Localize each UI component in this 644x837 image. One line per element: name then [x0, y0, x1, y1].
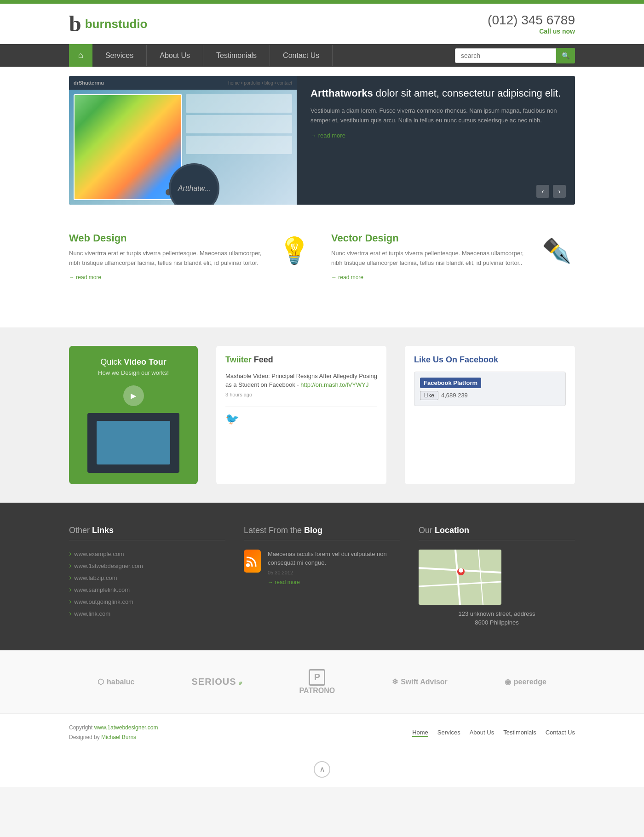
- home-icon: ⌂: [78, 51, 83, 60]
- video-play-button[interactable]: ▶: [123, 385, 144, 406]
- footer-nav-contact[interactable]: Contact Us: [546, 729, 575, 737]
- svg-point-0: [246, 563, 250, 567]
- middle-section: Quick Video Tour How we Design our works…: [0, 327, 644, 503]
- footer-nav-home[interactable]: Home: [412, 729, 428, 737]
- video-tour: Quick Video Tour How we Design our works…: [69, 346, 198, 484]
- service-web-content: Web Design Nunc vivertrra erat et turpis…: [69, 232, 267, 281]
- logo-name-accent: studio: [111, 17, 147, 31]
- partners: ⬡ habaluc SERIOUSℊ Ρ PATRONO ❄ Swift Adv…: [0, 650, 644, 713]
- fb-title-plain: Like Us On: [414, 355, 460, 364]
- video-title-plain: Quick: [100, 357, 124, 367]
- footer-nav-about[interactable]: About Us: [470, 729, 494, 737]
- hero: drShuttermu home • portfolio • blog • co…: [0, 67, 644, 214]
- service-vector-content: Vector Design Nunc vivertrra erat et tur…: [331, 232, 529, 281]
- fb-title: Like Us On Facebook: [414, 355, 566, 365]
- peeredge-name: peeredge: [514, 678, 546, 686]
- partner-swift[interactable]: ❄ Swift Advisor: [392, 677, 448, 686]
- partner-patrono[interactable]: Ρ PATRONO: [299, 669, 335, 695]
- link-5[interactable]: www.outgoinglink.com: [74, 598, 133, 605]
- play-icon: ▶: [131, 391, 136, 400]
- side-panel-1: [186, 94, 293, 113]
- fb-like-button[interactable]: Like: [420, 391, 438, 400]
- other-links-list: www.example.com www.1stwebdesigner.com w…: [69, 550, 225, 618]
- footer-nav-services[interactable]: Services: [437, 729, 460, 737]
- search-button[interactable]: 🔍: [556, 48, 575, 63]
- partner-serious[interactable]: SERIOUSℊ: [191, 676, 242, 687]
- blog-rss-icon: [244, 550, 261, 573]
- slider-read-more[interactable]: read more: [310, 132, 345, 139]
- slider-controls: ‹ ›: [536, 185, 566, 198]
- twitter-title-plain: Twiiter: [225, 355, 254, 364]
- link-1[interactable]: www.example.com: [74, 550, 124, 557]
- search-input[interactable]: [455, 48, 556, 63]
- blog-read-more[interactable]: read more: [268, 579, 300, 585]
- copyright-line2: Designed by Michael Burns: [69, 733, 158, 743]
- link-6[interactable]: www.link.com: [74, 610, 110, 617]
- facebook-section: Like Us On Facebook Facebook Platform Li…: [405, 346, 575, 484]
- location-title-plain: Our: [419, 526, 435, 535]
- habaluc-name: habaluc: [107, 678, 134, 686]
- svg-point-7: [459, 568, 463, 573]
- tweet-link[interactable]: http://on.mash.to/lVYWYJ: [300, 381, 368, 388]
- slider-site-name: drShuttermu: [74, 80, 104, 86]
- logo-text: burnstudio: [85, 17, 148, 31]
- link-3[interactable]: www.labzip.com: [74, 574, 117, 581]
- link-2[interactable]: www.1stwebdesigner.com: [74, 562, 143, 569]
- service-vector-icon: ✒️: [538, 232, 575, 269]
- service-vector-title: Vector Design: [331, 232, 529, 244]
- location-title: Our Location: [419, 526, 575, 540]
- nav-item-contact[interactable]: Contact Us: [270, 45, 333, 66]
- service-web-title: Web Design: [69, 232, 267, 244]
- pen-icon: ✒️: [542, 237, 572, 265]
- nav-item-services[interactable]: Services: [92, 45, 147, 66]
- search-icon: 🔍: [562, 52, 569, 59]
- nav-home[interactable]: ⌂: [69, 44, 92, 67]
- designer-link[interactable]: Michael Burns: [101, 734, 136, 740]
- nav-item-about[interactable]: About Us: [147, 45, 203, 66]
- peeredge-icon: ◉: [505, 677, 511, 686]
- logo[interactable]: b burnstudio: [69, 13, 147, 35]
- map-image: [419, 550, 501, 605]
- link-4[interactable]: www.samplelink.com: [74, 586, 130, 593]
- back-to-top: ∧: [0, 752, 644, 787]
- slider-image-bar: drShuttermu home • portfolio • blog • co…: [69, 76, 297, 90]
- call-prefix: Call us: [539, 28, 562, 35]
- logo-name-plain: burn: [85, 17, 112, 31]
- habaluc-icon: ⬡: [98, 677, 104, 686]
- service-vector-body: Nunc vivertrra erat et turpis viverra pe…: [331, 249, 529, 268]
- swift-name: Swift Advisor: [401, 678, 448, 686]
- back-to-top-button[interactable]: ∧: [314, 761, 330, 778]
- partner-peeredge[interactable]: ◉ peeredge: [505, 677, 546, 686]
- slider-content: Artthatworks dolor sit amet, consectetur…: [297, 76, 575, 205]
- tweet-item: Mashable Video: Principal Resigns After …: [225, 372, 377, 407]
- twitter-feed: Twiiter Feed Mashable Video: Principal R…: [216, 346, 386, 484]
- nav-item-testimonials[interactable]: Testimonials: [203, 45, 270, 66]
- patrono-icon: Ρ: [309, 669, 325, 686]
- service-web-read-more[interactable]: read more: [69, 274, 101, 281]
- twitter-title: Twiiter Feed: [225, 355, 377, 365]
- fb-title-accent: Facebook: [460, 355, 498, 364]
- service-vector-title-accent: Design: [365, 232, 398, 244]
- blog-item: Maecenas iaculis lorem vel dui vulputate…: [244, 550, 400, 586]
- top-bar: [0, 0, 644, 4]
- swift-icon: ❄: [392, 677, 398, 686]
- copyright-link[interactable]: www.1atwebdesigner.com: [94, 724, 158, 731]
- footer-blog: Latest From the Blog Maecenas iaculis lo…: [244, 526, 400, 627]
- footer-other-links: Other Links www.example.com www.1stwebde…: [69, 526, 225, 627]
- slider-prev[interactable]: ‹: [536, 185, 549, 198]
- laptop-image: [87, 413, 179, 473]
- partner-habaluc[interactable]: ⬡ habaluc: [98, 677, 134, 686]
- service-vector-read-more[interactable]: read more: [331, 274, 363, 281]
- slider-inner: drShuttermu home • portfolio • blog • co…: [69, 76, 575, 205]
- slider-next[interactable]: ›: [553, 185, 566, 198]
- call-us: Call us now: [488, 28, 575, 35]
- location-address: 123 unknown street, address 8600 Philipp…: [419, 609, 575, 627]
- footer-nav-testimonials[interactable]: Testimonials: [503, 729, 536, 737]
- blog-title-plain: Latest From the: [244, 526, 304, 535]
- slider-image: drShuttermu home • portfolio • blog • co…: [69, 76, 297, 205]
- video-title-accent: Video Tour: [124, 357, 166, 367]
- blog-text: Maecenas iaculis lorem vel dui vulputate…: [268, 550, 400, 568]
- other-links-accent: Links: [92, 526, 114, 535]
- service-web-body: Nunc vivertrra erat et turpis viverra pe…: [69, 249, 267, 268]
- side-panel-3: [186, 136, 293, 154]
